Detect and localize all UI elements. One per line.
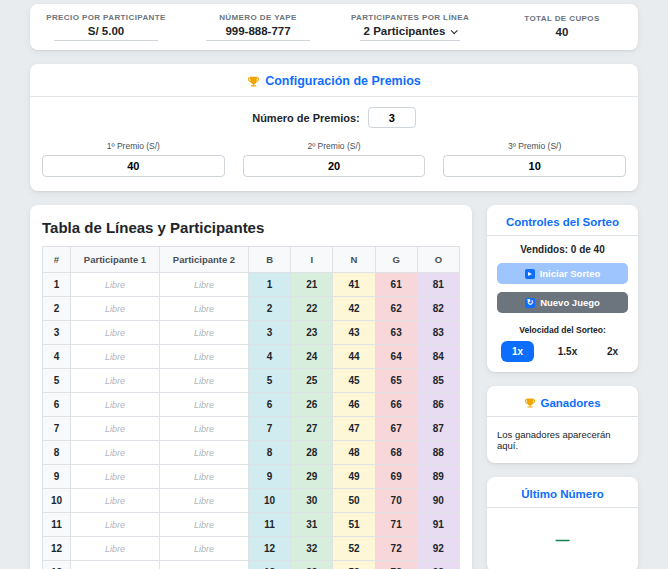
participant-2-cell[interactable]: Libre [160,297,249,321]
prize-2-label: 2º Premio (S/) [307,141,360,151]
participant-2-cell[interactable]: Libre [160,417,249,441]
bingo-i-cell: 22 [291,297,333,321]
prize-1-input[interactable] [42,155,225,177]
participant-2-cell[interactable]: Libre [160,321,249,345]
page: PRECIO POR PARTICIPANTE NÚMERO DE YAPE P… [0,0,668,569]
sidebar: Controles del Sorteo Vendidos: 0 de 40 I… [487,205,638,569]
bingo-n-cell: 48 [333,441,375,465]
participant-2-cell[interactable]: Libre [160,273,249,297]
prize-count-input[interactable] [368,107,416,128]
participant-1-cell[interactable]: Libre [71,417,160,441]
bingo-o-cell: 86 [417,393,459,417]
participant-1-cell[interactable]: Libre [71,393,160,417]
speed-1-5x-button[interactable]: 1.5x [552,342,583,361]
yape-input[interactable] [206,25,310,41]
participant-2-cell[interactable]: Libre [160,537,249,561]
prize-3-input[interactable] [443,155,626,177]
bingo-o-cell: 84 [417,345,459,369]
start-draw-button[interactable]: Iniciar Sorteo [497,263,628,284]
prize-2-input[interactable] [243,155,426,177]
participant-1-cell[interactable]: Libre [71,273,160,297]
speed-label: Velocidad del Sorteo: [497,325,628,335]
table-row: 4LibreLibre424446484 [43,345,460,369]
total-cupos-label: TOTAL DE CUPOS [524,14,599,23]
bingo-b-cell: 12 [249,537,291,561]
participant-2-cell[interactable]: Libre [160,489,249,513]
participant-2-cell[interactable]: Libre [160,369,249,393]
table-head: # Participante 1 Participante 2 B I N G … [43,247,460,273]
participant-1-cell[interactable]: Libre [71,345,160,369]
line-number-cell: 10 [43,489,71,513]
participant-2-cell[interactable]: Libre [160,513,249,537]
new-game-button[interactable]: ↻ Nuevo Juego [497,292,628,313]
speed-1x-button[interactable]: 1x [501,341,534,362]
bingo-b-cell: 5 [249,369,291,393]
trophy-icon [524,397,536,409]
bingo-i-cell: 28 [291,441,333,465]
participant-1-cell[interactable]: Libre [71,465,160,489]
bingo-g-cell: 68 [375,441,417,465]
bingo-b-cell: 8 [249,441,291,465]
bingo-g-cell: 67 [375,417,417,441]
bingo-g-cell: 73 [375,561,417,569]
participant-2-cell[interactable]: Libre [160,345,249,369]
participant-2-cell[interactable]: Libre [160,441,249,465]
prize-count-row: Número de Premios: [42,107,626,128]
participant-1-cell[interactable]: Libre [71,321,160,345]
bingo-i-cell: 31 [291,513,333,537]
participant-1-cell[interactable]: Libre [71,561,160,569]
bingo-n-cell: 43 [333,321,375,345]
prize-config-title-text: Configuración de Premios [265,74,421,88]
line-number-cell: 4 [43,345,71,369]
bingo-b-cell: 2 [249,297,291,321]
bingo-o-cell: 85 [417,369,459,393]
bingo-b-cell: 10 [249,489,291,513]
table-row: 1LibreLibre121416181 [43,273,460,297]
refresh-icon: ↻ [525,298,535,308]
table-row: 6LibreLibre626466686 [43,393,460,417]
bingo-g-cell: 70 [375,489,417,513]
bingo-n-cell: 49 [333,465,375,489]
bingo-g-cell: 66 [375,393,417,417]
bingo-n-cell: 52 [333,537,375,561]
prize-row: 1º Premio (S/) 2º Premio (S/) 3º Premio … [42,141,626,177]
prize-count-label: Número de Premios: [252,112,360,124]
bingo-o-cell: 83 [417,321,459,345]
bingo-n-cell: 42 [333,297,375,321]
line-number-cell: 11 [43,513,71,537]
price-label: PRECIO POR PARTICIPANTE [46,13,166,22]
bingo-g-cell: 62 [375,297,417,321]
bingo-n-cell: 53 [333,561,375,569]
top-config-bar: PRECIO POR PARTICIPANTE NÚMERO DE YAPE P… [30,4,638,50]
bingo-b-cell: 9 [249,465,291,489]
participant-1-cell[interactable]: Libre [71,441,160,465]
participant-1-cell[interactable]: Libre [71,297,160,321]
bingo-i-cell: 29 [291,465,333,489]
yape-label: NÚMERO DE YAPE [219,13,297,22]
sold-status: Vendidos: 0 de 40 [497,244,628,255]
participants-per-line-select[interactable]: 2 Participantes [360,25,461,41]
table-row: 5LibreLibre525456585 [43,369,460,393]
bingo-n-cell: 45 [333,369,375,393]
bingo-i-cell: 25 [291,369,333,393]
participant-2-cell[interactable]: Libre [160,465,249,489]
table-row: 13LibreLibre1333537393 [43,561,460,569]
bingo-i-cell: 32 [291,537,333,561]
bingo-n-cell: 51 [333,513,375,537]
bingo-b-cell: 4 [249,345,291,369]
participant-2-cell[interactable]: Libre [160,561,249,569]
line-number-cell: 1 [43,273,71,297]
participant-1-cell[interactable]: Libre [71,489,160,513]
participant-1-cell[interactable]: Libre [71,369,160,393]
bingo-n-cell: 46 [333,393,375,417]
line-number-cell: 13 [43,561,71,569]
participant-2-cell[interactable]: Libre [160,393,249,417]
last-number-value: — [497,516,628,562]
play-icon [525,269,535,279]
speed-2x-button[interactable]: 2x [601,342,624,361]
price-input[interactable] [54,25,158,41]
participant-1-cell[interactable]: Libre [71,537,160,561]
bingo-o-cell: 90 [417,489,459,513]
bingo-o-cell: 87 [417,417,459,441]
participant-1-cell[interactable]: Libre [71,513,160,537]
